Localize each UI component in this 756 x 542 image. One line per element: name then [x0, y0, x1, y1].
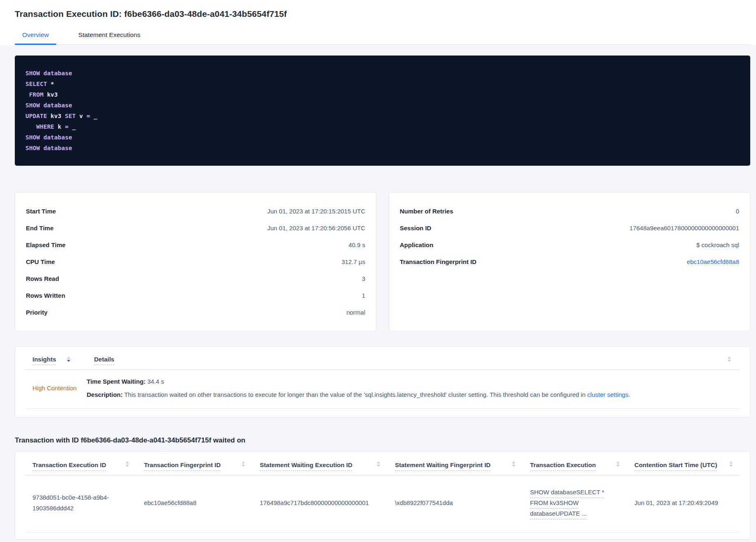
- cell-statement-waiting-fingerprint-id: \xdb8922f077541dda: [395, 499, 453, 506]
- sql-token: database: [44, 70, 72, 76]
- description-suffix: .: [628, 391, 630, 398]
- summary-value: 17648a9eea6017800000000000000001: [629, 225, 739, 232]
- sort-up-arrow-icon: [616, 461, 620, 463]
- column-header: Statement Waiting Execution ID: [252, 461, 387, 475]
- sort-icon[interactable]: [512, 461, 515, 467]
- column-header-inner: Transaction Execution: [530, 461, 623, 468]
- sort-up-arrow-icon: [126, 461, 129, 463]
- sql-token: [40, 70, 44, 76]
- details-header-label[interactable]: Details: [94, 356, 114, 363]
- sort-down-arrow-icon: [728, 360, 731, 362]
- summary-label: Start Time: [26, 208, 56, 215]
- column-header-inner: Transaction Fingerprint ID: [144, 461, 248, 468]
- summary-label: End Time: [26, 225, 53, 232]
- sql-token: *: [47, 81, 54, 87]
- summary-value: 312.7 µs: [341, 258, 365, 265]
- insights-column-header: Insights: [25, 356, 87, 363]
- cell-transaction-execution-link[interactable]: SHOW databaseSELECT * FROM kv3SHOW datab…: [530, 489, 604, 517]
- sort-down-arrow-icon: [512, 465, 515, 467]
- column-header: Transaction Execution ID: [25, 461, 136, 475]
- transaction-details-page: Transaction Execution ID: f6be6366-da03-…: [0, 0, 756, 542]
- session-summary-card: Number of Retries0Session ID17648a9eea60…: [389, 192, 750, 331]
- summary-value: 3: [362, 275, 365, 282]
- cluster-settings-link[interactable]: cluster settings: [587, 391, 628, 398]
- column-header-label[interactable]: Statement Waiting Fingerprint ID: [395, 461, 491, 468]
- summary-value: normal: [346, 309, 365, 316]
- sort-icon[interactable]: [377, 461, 380, 467]
- execution-summary-rows: Start TimeJun 01, 2023 at 17:20:15:2015 …: [26, 203, 365, 321]
- sql-token: k: [54, 123, 65, 130]
- sort-down-arrow-icon: [616, 465, 620, 467]
- insights-table-header: Insights Details: [25, 356, 740, 369]
- column-header: Contention Start Time (UTC): [627, 461, 740, 475]
- sql-token: [40, 134, 44, 141]
- time-spent-waiting-value: 34.4 s: [145, 378, 164, 385]
- column-header-label[interactable]: Statement Waiting Execution ID: [260, 461, 352, 468]
- sql-token: SELECT: [25, 81, 47, 87]
- sort-icon[interactable]: [728, 357, 740, 362]
- sql-token: [40, 145, 44, 151]
- session-summary-rows: Number of Retries0Session ID17648a9eea60…: [400, 203, 739, 270]
- tab-bar: Overview Statement Executions: [15, 31, 750, 45]
- time-spent-waiting-label: Time Spent Waiting:: [87, 378, 145, 385]
- execution-summary-card: Start TimeJun 01, 2023 at 17:20:15:2015 …: [15, 192, 376, 331]
- sort-up-arrow-icon: [729, 461, 733, 463]
- sort-icon[interactable]: [242, 461, 245, 467]
- sql-token: kv3: [44, 91, 58, 98]
- tab-statement-executions[interactable]: Statement Executions: [71, 31, 148, 44]
- sql-token: SHOW: [25, 145, 40, 151]
- description-text: This transaction waited on other transac…: [123, 391, 588, 398]
- insight-details: Time Spent Waiting: 34.4 s Description: …: [87, 377, 740, 399]
- cell-transaction-fingerprint-id: ebc10ae56cfd88a8: [144, 499, 196, 506]
- column-header-label[interactable]: Transaction Fingerprint ID: [144, 461, 221, 468]
- divider: [25, 408, 740, 409]
- sort-icon[interactable]: [126, 461, 129, 467]
- page-header: Transaction Execution ID: f6be6366-da03-…: [0, 0, 756, 45]
- column-header-label[interactable]: Transaction Execution ID: [32, 461, 106, 468]
- column-header-label[interactable]: Contention Start Time (UTC): [634, 461, 717, 468]
- summary-label: CPU Time: [26, 258, 55, 265]
- description-label: Description:: [87, 391, 123, 398]
- column-header-inner: Contention Start Time (UTC): [634, 461, 736, 468]
- summary-row: Number of Retries0: [400, 203, 739, 220]
- sql-token: database: [44, 145, 72, 151]
- sort-icon[interactable]: [729, 461, 733, 467]
- summary-row: End TimeJun 01, 2023 at 17:20:56:2056 UT…: [26, 220, 365, 236]
- sort-down-arrow-icon: [729, 465, 733, 467]
- sort-down-arrow-icon: [242, 465, 245, 467]
- time-spent-waiting: Time Spent Waiting: 34.4 s: [87, 377, 740, 386]
- column-header-inner: Statement Waiting Execution ID: [260, 461, 383, 468]
- sql-token: _: [90, 113, 97, 119]
- insight-type-badge: High Contention: [25, 384, 87, 391]
- summary-cards-row: Start TimeJun 01, 2023 at 17:20:15:2015 …: [15, 192, 750, 331]
- sql-token: SHOW: [25, 134, 40, 141]
- waited-on-heading: Transaction with ID f6be6366-da03-48de-a…: [15, 436, 750, 445]
- summary-row: Application$ cockroach sql: [400, 236, 739, 253]
- tab-overview[interactable]: Overview: [15, 31, 56, 44]
- sql-token: [25, 123, 36, 130]
- sort-up-arrow-icon: [377, 461, 380, 463]
- waited-on-table-head: Transaction Execution IDTransaction Fing…: [25, 461, 740, 475]
- summary-value: 1: [362, 292, 365, 299]
- summary-label: Session ID: [400, 225, 431, 232]
- sort-down-arrow-icon: [67, 360, 70, 362]
- column-header-label[interactable]: Transaction Execution: [530, 461, 596, 468]
- sort-icon[interactable]: [67, 357, 70, 362]
- summary-label: Elapsed Time: [26, 241, 65, 248]
- summary-value: Jun 01, 2023 at 17:20:56:2056 UTC: [267, 225, 365, 232]
- summary-value: $ cockroach sql: [696, 241, 739, 248]
- sql-token: _: [69, 123, 76, 130]
- sort-icon[interactable]: [616, 461, 620, 467]
- insight-row: High Contention Time Spent Waiting: 34.4…: [25, 370, 740, 408]
- summary-row: Rows Read3: [26, 270, 365, 287]
- waited-on-table-body: 9738d051-bc0e-4158-a9b4-1903586ddd42ebc1…: [25, 475, 740, 533]
- summary-value: 0: [736, 208, 739, 215]
- insights-header-label[interactable]: Insights: [32, 356, 56, 363]
- summary-label: Rows Read: [26, 275, 59, 282]
- summary-row: Prioritynormal: [26, 304, 365, 321]
- transaction-fingerprint-link[interactable]: ebc10ae56cfd88a8: [687, 258, 739, 265]
- sql-token: SHOW: [25, 102, 40, 109]
- summary-row: Elapsed Time40.9 s: [26, 236, 365, 253]
- column-header-inner: Transaction Execution ID: [32, 461, 132, 468]
- details-column-header: Details: [87, 356, 728, 363]
